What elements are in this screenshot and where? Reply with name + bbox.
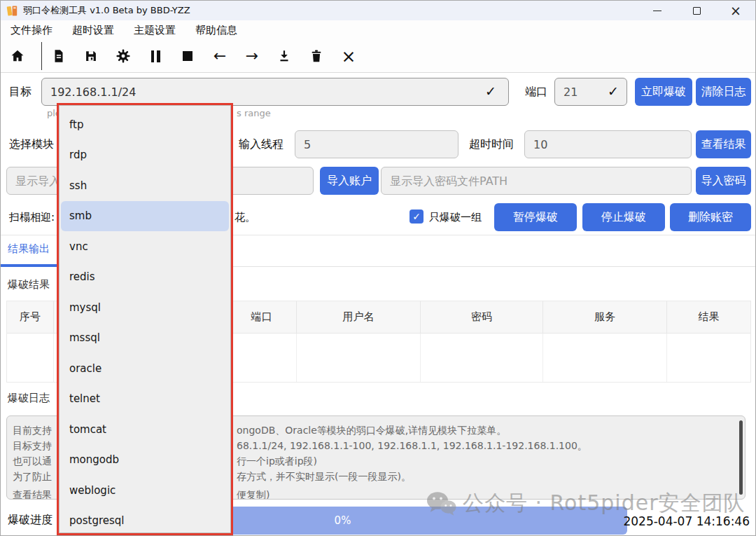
dropdown-item-ssh[interactable]: ssh [59,170,230,201]
dropdown-item-vnc[interactable]: vnc [59,231,230,262]
log-line-2-right: 68.1.1/24, 192.168.1.1-100, 192.168.1.1,… [237,439,587,453]
download-icon[interactable] [276,48,293,64]
dropdown-item-redis[interactable]: redis [59,262,230,293]
log-line-4-left: 为了防止 [13,469,52,483]
title-bar: 弱口令检测工具 v1.0 Beta by BBD-YZZ × [1,1,755,20]
menu-bar: 文件操作 超时设置 主题设置 帮助信息 [1,20,755,40]
log-line-1-right: ongoDB、Oracle等模块的弱口令爆破,详情见模块下拉菜单。 [237,423,506,437]
close-x-icon[interactable]: × [340,48,357,64]
app-icon [6,4,19,17]
menu-theme-settings[interactable]: 主题设置 [134,24,176,37]
close-button[interactable]: × [716,1,755,20]
menu-timeout-settings[interactable]: 超时设置 [72,24,114,37]
password-path-input[interactable] [381,167,692,195]
file-icon[interactable] [50,48,67,64]
stop-icon[interactable] [179,48,196,64]
dropdown-item-telnet[interactable]: telnet [59,384,230,415]
minimize-icon [653,11,662,11]
col-result: 结果 [667,301,750,333]
log-line-5-right: 便复制) [237,488,270,500]
close-icon: × [730,4,741,18]
progress-value: 0% [335,514,351,527]
target-hint-right: s range [237,108,271,118]
thread-label: 输入线程 [239,137,284,152]
pause-icon[interactable] [147,48,164,64]
pause-brute-button[interactable]: 暂停爆破 [494,203,577,231]
thread-input[interactable] [295,130,458,158]
tab-result-output[interactable]: 结果输出 [8,242,50,256]
col-service: 服务 [543,301,667,333]
timeout-input[interactable] [524,130,692,158]
log-line-3-left: 也可以通 [13,454,52,468]
target-input[interactable] [41,78,509,106]
clear-log-button[interactable]: 清除日志 [696,78,751,106]
only-one-group-checkbox[interactable]: ✓ [410,209,424,224]
start-brute-button[interactable]: 立即爆破 [635,78,692,106]
log-line-2-left: 目标支持 [13,439,52,453]
module-dropdown: ftp rdp ssh smb vnc redis mysql mssql or… [57,103,233,535]
col-username: 用户名 [297,301,421,333]
log-scrollbar-thumb[interactable] [739,420,743,495]
dropdown-item-postgresql[interactable]: postgresql [59,506,230,534]
menu-help-info[interactable]: 帮助信息 [195,24,237,37]
minimize-button[interactable] [638,1,677,20]
checkbox-check-icon: ✓ [412,211,421,222]
home-icon[interactable] [9,48,26,64]
toolbar-divider [41,42,42,70]
progress-label: 爆破进度 [8,513,52,528]
module-select-label: 选择模块 [9,137,54,152]
dropdown-item-oracle[interactable]: oracle [59,353,230,384]
marquee-text-right: 花。 [234,211,255,224]
timeout-label: 超时时间 [469,137,514,152]
active-tab-indicator [1,264,64,267]
toolbar: ← → × [1,40,755,73]
view-results-button[interactable]: 查看结果 [696,130,751,158]
back-arrow-icon[interactable]: ← [211,48,228,64]
maximize-icon [693,7,701,15]
timestamp: 2025-04-07 14:16:46 [623,514,750,528]
maximize-button[interactable] [677,1,716,20]
brute-results-label: 爆破结果 [8,278,50,291]
dropdown-item-smb-selected[interactable]: smb [61,201,229,232]
dropdown-item-mssql[interactable]: mssql [59,323,230,354]
log-line-3-right: 行一个ip或者ip段) [237,454,317,468]
log-line-5-left: 查看结果 [13,488,52,500]
dropdown-item-tomcat[interactable]: tomcat [59,414,230,445]
save-icon[interactable] [83,48,99,64]
port-label: 端口 [525,85,547,99]
only-one-group-label: 只爆破一组 [429,211,482,224]
app-window: 弱口令检测工具 v1.0 Beta by BBD-YZZ × 文件操作 超时设置… [0,0,756,536]
col-password: 密码 [421,301,543,333]
col-port: 端口 [227,301,297,333]
port-valid-check-icon: ✓ [608,83,619,99]
log-line-1-left: 目前支持 [13,423,52,437]
dropdown-item-mongodb[interactable]: mongodb [59,445,230,476]
dropdown-item-weblogic[interactable]: weblogic [59,475,230,506]
delete-credentials-button[interactable]: 删除账密 [670,203,751,231]
log-line-4-right: 存方式，并不实时显示(一段一段显示)。 [237,469,411,483]
import-password-button[interactable]: 导入密码 [696,167,751,195]
target-valid-check-icon: ✓ [485,83,496,99]
stop-brute-button[interactable]: 停止爆破 [582,203,665,231]
dropdown-item-ftp[interactable]: ftp [59,109,230,140]
col-index: 序号 [7,301,54,333]
menu-file-ops[interactable]: 文件操作 [10,24,52,37]
marquee-text-left: 扫榻相迎: [9,211,55,224]
brute-log-label: 爆破日志 [8,392,50,405]
trash-icon[interactable] [308,48,325,64]
window-title: 弱口令检测工具 v1.0 Beta by BBD-YZZ [23,4,190,17]
dropdown-item-rdp[interactable]: rdp [59,140,230,171]
import-account-button[interactable]: 导入账户 [320,167,379,195]
dropdown-item-mysql[interactable]: mysql [59,292,230,323]
gear-icon[interactable] [115,48,132,64]
forward-arrow-icon[interactable]: → [244,48,260,64]
target-label: 目标 [9,85,31,99]
module-dropdown-list: ftp rdp ssh smb vnc redis mysql mssql or… [59,105,231,533]
